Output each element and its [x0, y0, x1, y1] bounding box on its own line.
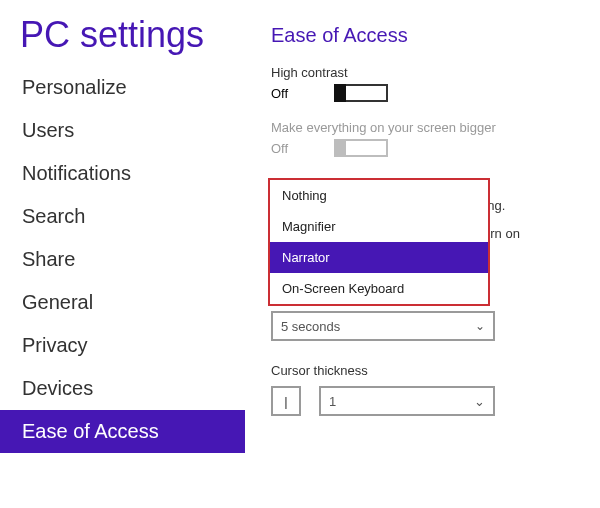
sidebar-item-users[interactable]: Users	[0, 109, 245, 152]
notification-duration-value: 5 seconds	[281, 319, 340, 334]
sidebar-item-notifications[interactable]: Notifications	[0, 152, 245, 195]
cursor-thickness-group: Cursor thickness | 1 ⌄	[271, 363, 574, 416]
cursor-thickness-label: Cursor thickness	[271, 363, 574, 378]
sidebar-item-devices[interactable]: Devices	[0, 367, 245, 410]
dropdown-option-narrator[interactable]: Narrator	[270, 242, 488, 273]
sidebar: PC settings Personalize Users Notificati…	[0, 0, 245, 508]
dropdown-option-on-screen-keyboard[interactable]: On-Screen Keyboard	[270, 273, 488, 304]
section-title: Ease of Access	[271, 24, 574, 47]
notification-duration-group: 5 seconds ⌄	[271, 311, 574, 341]
sidebar-item-search[interactable]: Search	[0, 195, 245, 238]
pc-settings-window: PC settings Personalize Users Notificati…	[0, 0, 600, 508]
sidebar-item-ease-of-access[interactable]: Ease of Access	[0, 410, 245, 453]
main-panel: Ease of Access High contrast Off Make ev…	[245, 0, 600, 508]
cursor-preview: |	[271, 386, 301, 416]
sidebar-nav: Personalize Users Notifications Search S…	[0, 66, 245, 453]
sidebar-title: PC settings	[0, 0, 245, 66]
sidebar-item-personalize[interactable]: Personalize	[0, 66, 245, 109]
win-volume-dropdown-open[interactable]: Nothing Magnifier Narrator On-Screen Key…	[268, 178, 490, 306]
cursor-thickness-select[interactable]: 1 ⌄	[319, 386, 495, 416]
sidebar-item-share[interactable]: Share	[0, 238, 245, 281]
magnify-group: Make everything on your screen bigger Of…	[271, 120, 574, 157]
toggle-knob	[334, 84, 346, 102]
magnify-state: Off	[271, 141, 288, 156]
sidebar-item-privacy[interactable]: Privacy	[0, 324, 245, 367]
cursor-thickness-value: 1	[329, 394, 336, 409]
chevron-down-icon: ⌄	[475, 319, 485, 333]
high-contrast-group: High contrast Off	[271, 65, 574, 102]
toggle-knob	[334, 139, 346, 157]
magnify-label: Make everything on your screen bigger	[271, 120, 574, 135]
dropdown-option-magnifier[interactable]: Magnifier	[270, 211, 488, 242]
notification-duration-select[interactable]: 5 seconds ⌄	[271, 311, 495, 341]
chevron-down-icon: ⌄	[474, 394, 485, 409]
dropdown-option-nothing[interactable]: Nothing	[270, 180, 488, 211]
sidebar-item-general[interactable]: General	[0, 281, 245, 324]
magnify-toggle[interactable]	[334, 139, 388, 157]
high-contrast-label: High contrast	[271, 65, 574, 80]
high-contrast-state: Off	[271, 86, 288, 101]
high-contrast-toggle[interactable]	[334, 84, 388, 102]
